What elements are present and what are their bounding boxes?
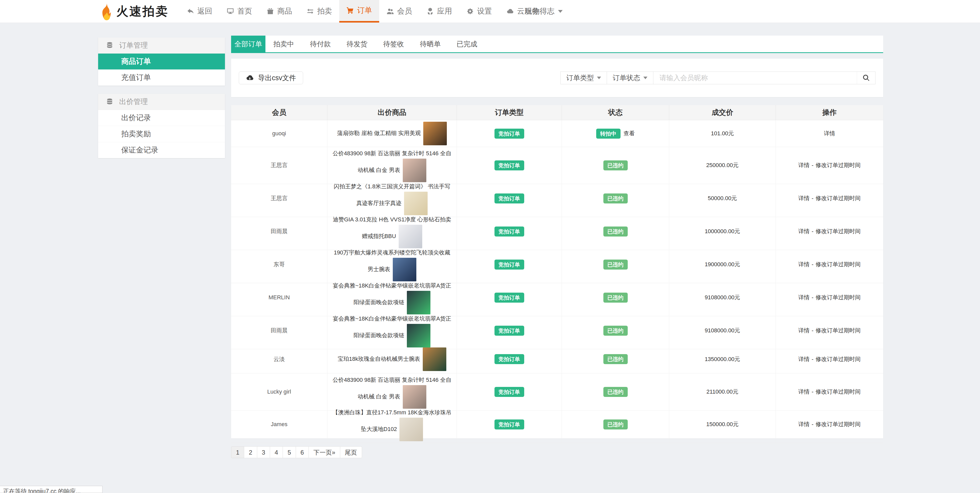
nav-item-商品[interactable]: 商品 bbox=[259, 0, 299, 22]
table-row: MERLIN宴会典雅~18K白金伴钻豪华镶嵌老坑翡翠A货正阳绿蛋面晚会款项链竞拍… bbox=[231, 279, 883, 312]
nav-item-首页[interactable]: 首页 bbox=[219, 0, 259, 22]
page-button-1[interactable]: 1 bbox=[231, 446, 244, 458]
status-badge[interactable]: 已违约 bbox=[603, 161, 628, 170]
page-button-4[interactable]: 4 bbox=[270, 446, 283, 458]
action-separator: - bbox=[812, 228, 813, 235]
nav-item-设置[interactable]: 设置 bbox=[459, 0, 499, 22]
order-type-badge[interactable]: 竞拍订单 bbox=[495, 293, 524, 303]
order-status-select[interactable]: 订单状态 bbox=[607, 72, 653, 84]
order-type-cell: 竞拍订单 bbox=[457, 120, 562, 147]
order-type-cell: 竞拍订单 bbox=[457, 345, 562, 373]
status-badge[interactable]: 已违约 bbox=[603, 194, 628, 204]
column-header-订单类型: 订单类型 bbox=[457, 105, 562, 120]
product-title: 公价483900 98新 百达翡丽 复杂计时 5146 全自动机械 白金 男表 bbox=[332, 377, 451, 400]
action-详情[interactable]: 详情 bbox=[799, 261, 810, 268]
status-badge[interactable]: 已违约 bbox=[603, 326, 628, 336]
tab-拍卖中[interactable]: 拍卖中 bbox=[266, 36, 302, 52]
status-view-link[interactable]: 查看 bbox=[624, 130, 635, 137]
page-button-2[interactable]: 2 bbox=[244, 446, 257, 458]
tab-待晒单[interactable]: 待晒单 bbox=[412, 36, 449, 52]
status-badge[interactable]: 已违约 bbox=[603, 259, 628, 270]
order-type-badge[interactable]: 竞拍订单 bbox=[495, 387, 524, 397]
action-separator: - bbox=[812, 388, 813, 395]
export-csv-button[interactable]: 导出csv文件 bbox=[239, 72, 303, 84]
nav-item-应用[interactable]: 应用 bbox=[419, 0, 459, 22]
product-title-wrap: 190万宇舶大爆炸灵魂系列镂空陀飞轮顶尖收藏男士腕表 bbox=[331, 248, 453, 281]
action-修改订单过期时间[interactable]: 修改订单过期时间 bbox=[816, 294, 861, 301]
status-badge[interactable]: 转拍中 bbox=[596, 129, 620, 138]
sidebar-item-出价记录[interactable]: 出价记录 bbox=[98, 110, 225, 126]
nav-item-拍卖[interactable]: 拍卖 bbox=[299, 0, 339, 22]
search-button[interactable] bbox=[857, 72, 875, 84]
user-menu[interactable]: 玩物得志 bbox=[525, 0, 563, 22]
actions-cell: 详情 bbox=[776, 120, 883, 147]
order-type-badge[interactable]: 竞拍订单 bbox=[495, 226, 524, 237]
sidebar-item-商品订单[interactable]: 商品订单 bbox=[98, 54, 225, 70]
page-button-尾页[interactable]: 尾页 bbox=[340, 446, 362, 458]
status-badge[interactable]: 已违约 bbox=[603, 387, 628, 397]
page-button-下一页»[interactable]: 下一页» bbox=[309, 446, 340, 458]
tab-已完成[interactable]: 已完成 bbox=[449, 36, 485, 52]
order-type-badge[interactable]: 竞拍订单 bbox=[495, 259, 524, 270]
actions-cell: 详情-修改订单过期时间 bbox=[776, 345, 883, 373]
actions-cell: 详情-修改订单过期时间 bbox=[776, 213, 883, 250]
pagination: 123456下一页»尾页 bbox=[231, 446, 362, 458]
status-cell: 已违约 bbox=[562, 213, 669, 250]
action-详情[interactable]: 详情 bbox=[799, 294, 810, 301]
status-cell: 已违约 bbox=[562, 147, 669, 184]
nav-item-订单[interactable]: 订单 bbox=[339, 0, 379, 22]
nav-item-会员[interactable]: 会员 bbox=[379, 0, 419, 22]
action-详情[interactable]: 详情 bbox=[799, 161, 810, 169]
order-type-badge[interactable]: 竞拍订单 bbox=[495, 354, 524, 364]
action-详情[interactable]: 详情 bbox=[799, 420, 810, 428]
action-修改订单过期时间[interactable]: 修改订单过期时间 bbox=[816, 355, 861, 363]
action-详情[interactable]: 详情 bbox=[799, 227, 810, 235]
product-cell: 公价483900 98新 百达翡丽 复杂计时 5146 全自动机械 白金 男表 bbox=[328, 373, 457, 410]
page-button-3[interactable]: 3 bbox=[257, 446, 270, 458]
tab-待签收[interactable]: 待签收 bbox=[375, 36, 412, 52]
order-type-badge[interactable]: 竞拍订单 bbox=[495, 420, 524, 429]
product-title-wrap: 闪拍王梦之《1.8米三国演义开篇词》 书法手写真迹客厅挂字真迹 bbox=[331, 181, 453, 215]
product-title: 公价483900 98新 百达翡丽 复杂计时 5146 全自动机械 白金 男表 bbox=[332, 150, 451, 173]
action-修改订单过期时间[interactable]: 修改订单过期时间 bbox=[816, 194, 861, 202]
page-button-5[interactable]: 5 bbox=[283, 446, 296, 458]
action-详情[interactable]: 详情 bbox=[799, 194, 810, 202]
action-修改订单过期时间[interactable]: 修改订单过期时间 bbox=[816, 420, 861, 428]
action-详情[interactable]: 详情 bbox=[799, 388, 810, 396]
tab-待付款[interactable]: 待付款 bbox=[302, 36, 339, 52]
action-修改订单过期时间[interactable]: 修改订单过期时间 bbox=[816, 227, 861, 235]
action-详情[interactable]: 详情 bbox=[799, 355, 810, 363]
order-type-badge[interactable]: 竞拍订单 bbox=[495, 161, 524, 170]
brand[interactable]: 火速拍卖 bbox=[99, 2, 169, 21]
action-详情[interactable]: 详情 bbox=[799, 327, 810, 334]
nav-item-返回[interactable]: 返回 bbox=[179, 0, 219, 22]
action-修改订单过期时间[interactable]: 修改订单过期时间 bbox=[816, 388, 861, 396]
nav-item-label: 设置 bbox=[477, 6, 492, 16]
member-search-input[interactable] bbox=[653, 72, 857, 84]
orders-table: 会员出价商品订单类型状态成交价操作 guoqi蒲扇弥勒 崖柏 做工精细 实用美观… bbox=[231, 105, 883, 439]
status-badge[interactable]: 已违约 bbox=[603, 293, 628, 303]
order-type-select[interactable]: 订单类型 bbox=[561, 72, 607, 84]
table-row: James【澳洲白珠】直径17-17.5mm 18K金海水珍珠吊坠大溪地D102… bbox=[231, 406, 883, 439]
status-badge[interactable]: 已违约 bbox=[603, 226, 628, 237]
tab-待发货[interactable]: 待发货 bbox=[339, 36, 375, 52]
action-详情[interactable]: 详情 bbox=[824, 130, 835, 137]
sidebar-item-拍卖奖励[interactable]: 拍卖奖励 bbox=[98, 126, 225, 142]
action-修改订单过期时间[interactable]: 修改订单过期时间 bbox=[816, 261, 861, 268]
status-cell: 已违约 bbox=[562, 246, 669, 283]
page-button-6[interactable]: 6 bbox=[296, 446, 309, 458]
product-cell: 宴会典雅~18K白金伴钻豪华镶嵌老坑翡翠A货正阳绿蛋面晚会款项链 bbox=[328, 312, 457, 349]
order-type-badge[interactable]: 竞拍订单 bbox=[495, 129, 524, 138]
order-type-badge[interactable]: 竞拍订单 bbox=[495, 326, 524, 336]
status-badge[interactable]: 已违约 bbox=[603, 354, 628, 364]
table-row: 田雨晨宴会典雅~18K白金伴钻豪华镶嵌老坑翡翠A货正阳绿蛋面晚会款项链竞拍订单已… bbox=[231, 312, 883, 345]
sidebar-item-充值订单[interactable]: 充值订单 bbox=[98, 70, 225, 86]
action-修改订单过期时间[interactable]: 修改订单过期时间 bbox=[816, 161, 861, 169]
tab-全部订单[interactable]: 全部订单 bbox=[231, 36, 266, 52]
action-修改订单过期时间[interactable]: 修改订单过期时间 bbox=[816, 327, 861, 334]
order-type-badge[interactable]: 竞拍订单 bbox=[495, 194, 524, 204]
sidebar-item-保证金记录[interactable]: 保证金记录 bbox=[98, 142, 225, 158]
product-wrap: 蒲扇弥勒 崖柏 做工精细 实用美观 bbox=[331, 122, 453, 145]
status-badge[interactable]: 已违约 bbox=[603, 420, 628, 429]
price-cell: 9108000.00元 bbox=[669, 279, 776, 316]
